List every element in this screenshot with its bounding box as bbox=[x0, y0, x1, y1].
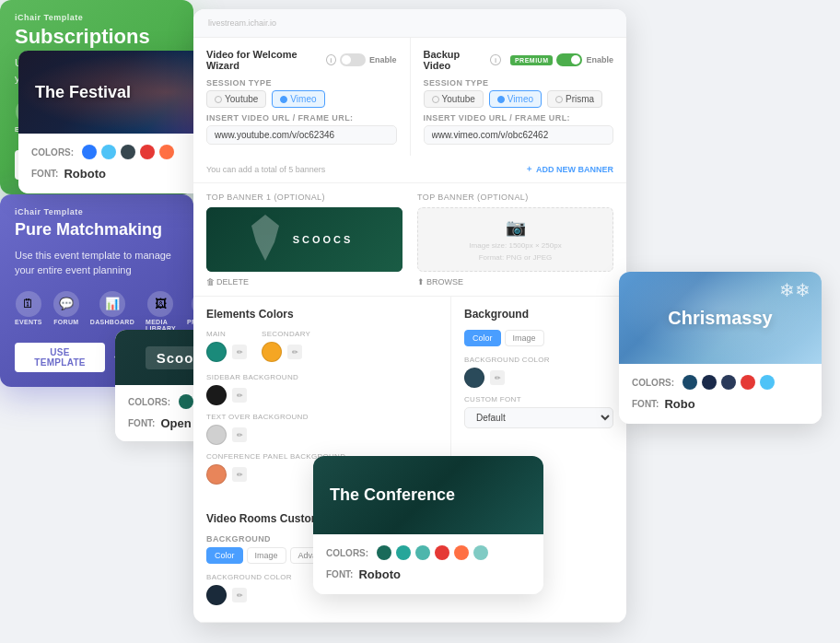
bg-color-swatch[interactable] bbox=[464, 368, 484, 388]
conference-banner: The Conference bbox=[313, 456, 543, 534]
vr-tab-image[interactable]: Image bbox=[247, 547, 286, 564]
scoocs-color-1[interactable] bbox=[179, 394, 193, 409]
conference-font-row: FONT: Roboto bbox=[326, 567, 531, 581]
bg-tab-image[interactable]: Image bbox=[505, 330, 544, 346]
session-radio-group-2: Youtube Vimeo Prisma bbox=[424, 90, 614, 108]
chrismassy-font-label: FONT: bbox=[632, 399, 659, 409]
banner-actions-left: 🗑 DELETE bbox=[206, 277, 402, 286]
chrismassy-font-row: FONT: Robo bbox=[632, 397, 809, 411]
delete-label: DELETE bbox=[216, 277, 249, 286]
match-use-template-button[interactable]: USE TEMPLATE bbox=[15, 343, 105, 372]
add-banner-button[interactable]: ＋ ADD NEW BANNER bbox=[525, 163, 613, 175]
toggle-switch-2[interactable] bbox=[556, 53, 582, 66]
url-input-2[interactable] bbox=[424, 125, 614, 145]
conf-color-4[interactable] bbox=[435, 545, 449, 560]
chrismassy-banner: ❄❄ Chrismassy bbox=[619, 272, 822, 364]
custom-font-select[interactable]: Default bbox=[464, 407, 613, 428]
chrismassy-color-1[interactable] bbox=[682, 375, 697, 390]
url-label-1: INSERT VIDEO URL / FRAME URL: bbox=[206, 113, 397, 123]
sidebar-bg-swatch[interactable] bbox=[206, 385, 227, 405]
delete-button[interactable]: 🗑 DELETE bbox=[206, 277, 249, 286]
sidebar-bg-edit[interactable]: ✏ bbox=[232, 388, 247, 403]
session-type-label-2: Session Type bbox=[424, 78, 614, 88]
banner-preview-left: SCOOCS bbox=[206, 207, 402, 272]
session-type-group-1: Session Type Youtube Vimeo bbox=[206, 78, 397, 108]
conf-panel-bg-swatch[interactable] bbox=[206, 464, 227, 485]
bg-tab-color[interactable]: Color bbox=[464, 330, 501, 346]
radio-prisma-2[interactable]: Prisma bbox=[547, 90, 602, 108]
main-color-swatch[interactable] bbox=[206, 342, 227, 362]
premium-badge: PREMIUM bbox=[510, 55, 554, 65]
match-forum-icon: 💬 bbox=[53, 291, 79, 317]
plus-icon: ＋ bbox=[525, 163, 533, 175]
festival-font-value: Roboto bbox=[64, 167, 105, 181]
chrismassy-color-3[interactable] bbox=[721, 375, 736, 390]
browse-button[interactable]: ⬆ BROWSE bbox=[417, 277, 463, 286]
color-dot-red[interactable] bbox=[140, 145, 155, 159]
chrismassy-color-4[interactable] bbox=[741, 375, 755, 390]
conf-color-6[interactable] bbox=[473, 545, 488, 560]
text-over-bg-edit[interactable]: ✏ bbox=[232, 427, 247, 442]
banner-actions-right: ⬆ BROWSE bbox=[417, 277, 613, 286]
add-banner-row: You can add a total of 5 banners ＋ ADD N… bbox=[193, 156, 626, 183]
conf-color-1[interactable] bbox=[377, 545, 391, 560]
color-dot-lightblue[interactable] bbox=[101, 145, 116, 159]
conf-color-3[interactable] bbox=[415, 545, 430, 560]
radio-dot-vimeo-1 bbox=[280, 96, 287, 103]
radio-youtube-2[interactable]: Youtube bbox=[424, 90, 484, 108]
panel-breadcrumb: livestream.ichair.io bbox=[208, 18, 276, 28]
radio-vimeo-2[interactable]: Vimeo bbox=[489, 90, 542, 108]
festival-title: The Festival bbox=[18, 83, 147, 102]
upload-icon: ⬆ bbox=[417, 277, 425, 286]
toggle-switch-1[interactable] bbox=[340, 53, 366, 66]
radio-vimeo-1[interactable]: Vimeo bbox=[272, 90, 324, 108]
add-banner-hint: You can add a total of 5 banners bbox=[206, 165, 325, 174]
conf-color-2[interactable] bbox=[396, 545, 411, 560]
text-over-bg-swatch[interactable] bbox=[206, 425, 227, 445]
url-input-1[interactable] bbox=[206, 125, 397, 145]
trash-icon: 🗑 bbox=[206, 277, 215, 286]
conf-panel-bg-edit[interactable]: ✏ bbox=[232, 467, 247, 482]
bg-color-edit[interactable]: ✏ bbox=[490, 370, 505, 385]
chrismassy-font-value: Robo bbox=[664, 397, 694, 411]
panel-header: livestream.ichair.io bbox=[193, 9, 626, 38]
enable-label-1: Enable bbox=[340, 53, 397, 66]
matchmaking-template-label: iChair Template bbox=[15, 207, 179, 216]
enable-text-2: Enable bbox=[586, 55, 613, 64]
vr-color-edit[interactable]: ✏ bbox=[232, 588, 247, 602]
conference-font-value: Roboto bbox=[358, 567, 400, 581]
bg-color-item: ✏ bbox=[464, 368, 613, 388]
sidebar-bg-label: SIDEBAR BACKGROUND bbox=[206, 373, 438, 381]
vr-tab-color[interactable]: Color bbox=[206, 547, 243, 564]
color-dot-orange[interactable] bbox=[159, 145, 174, 159]
conference-body: COLORS: FONT: Roboto bbox=[313, 534, 543, 594]
color-dot-blue[interactable] bbox=[82, 145, 97, 159]
text-over-bg-row: TEXT OVER BACKGROUND ✏ bbox=[206, 413, 438, 445]
conference-card: The Conference COLORS: FONT: Roboto bbox=[313, 456, 543, 594]
video-section: Video for Welcome Wizard i Enable Sessio… bbox=[193, 38, 626, 156]
chrismassy-title: Chrismassy bbox=[668, 308, 772, 329]
chrismassy-color-2[interactable] bbox=[702, 375, 717, 390]
secondary-color-edit[interactable]: ✏ bbox=[287, 345, 302, 359]
add-banner-btn-text: ADD NEW BANNER bbox=[536, 165, 613, 174]
color-dot-dark[interactable] bbox=[121, 145, 135, 159]
secondary-color-swatch[interactable] bbox=[262, 342, 282, 362]
session-radio-group-1: Youtube Vimeo bbox=[206, 90, 397, 108]
radio-youtube-1[interactable]: Youtube bbox=[206, 90, 266, 108]
text-over-bg-item: ✏ bbox=[206, 425, 438, 445]
video-wizard-col: Video for Welcome Wizard i Enable Sessio… bbox=[193, 38, 411, 156]
elements-colors-title: Elements Colors bbox=[206, 308, 438, 321]
match-events-icon: 🗓 bbox=[16, 291, 41, 317]
vr-color-swatch[interactable] bbox=[206, 585, 227, 605]
festival-font-label: FONT: bbox=[31, 169, 58, 179]
url-group-1: INSERT VIDEO URL / FRAME URL: bbox=[206, 113, 397, 145]
bg-tabs: Color Image bbox=[464, 330, 613, 346]
radio-dot-vimeo-2 bbox=[497, 96, 505, 103]
chrismassy-color-5[interactable] bbox=[760, 375, 775, 390]
main-color-edit[interactable]: ✏ bbox=[232, 345, 247, 359]
custom-font-row: CUSTOM FONT Default bbox=[464, 395, 613, 428]
festival-font-row: FONT: Roboto bbox=[31, 167, 217, 181]
main-label: MAIN bbox=[206, 330, 247, 338]
url-label-2: INSERT VIDEO URL / FRAME URL: bbox=[424, 113, 614, 123]
conf-color-5[interactable] bbox=[454, 545, 469, 560]
